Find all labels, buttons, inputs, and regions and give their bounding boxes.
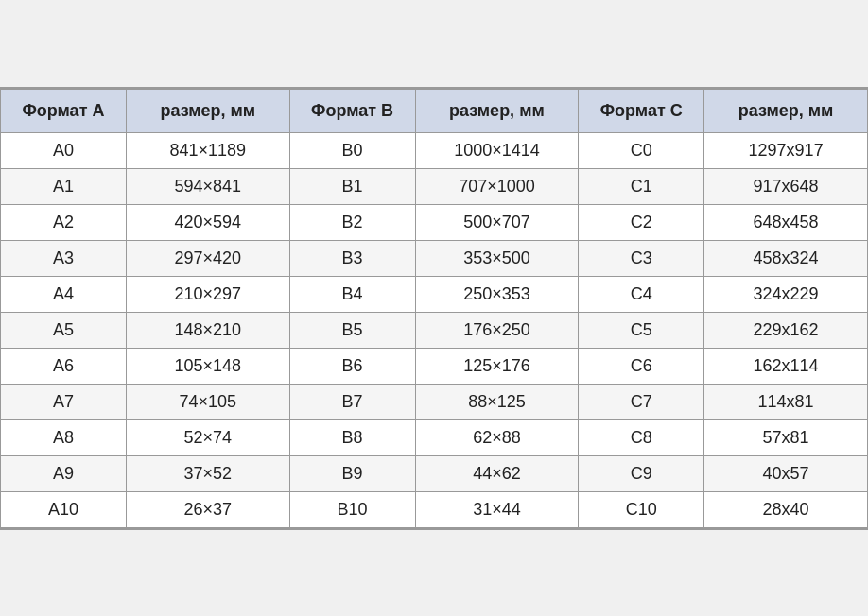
cell-a-size: 37×52 xyxy=(126,455,289,491)
table-row: А1594×841В1707×1000C1917x648 xyxy=(1,168,868,204)
header-row: Формат А размер, мм Формат В размер, мм … xyxy=(1,89,868,132)
header-format-b: Формат В xyxy=(289,89,415,132)
table-row: А6105×148В6125×176C6162x114 xyxy=(1,348,868,384)
table-body: А0841×1189В01000×1414C01297x917А1594×841… xyxy=(1,132,868,527)
table-row: А1026×37В1031×44C1028x40 xyxy=(1,491,868,527)
cell-a-size: 148×210 xyxy=(126,312,289,348)
cell-c-format: C9 xyxy=(579,455,704,491)
header-size-c: размер, мм xyxy=(704,89,868,132)
cell-b-size: 44×62 xyxy=(415,455,579,491)
cell-b-size: 31×44 xyxy=(415,491,579,527)
cell-c-format: C6 xyxy=(579,348,704,384)
table-wrapper: Формат А размер, мм Формат В размер, мм … xyxy=(0,87,868,530)
cell-b-format: В8 xyxy=(289,419,415,455)
cell-b-format: В3 xyxy=(289,240,415,276)
cell-c-format: C8 xyxy=(579,419,704,455)
cell-a-format: А0 xyxy=(1,132,127,168)
cell-c-size: 1297x917 xyxy=(704,132,868,168)
cell-b-size: 1000×1414 xyxy=(415,132,579,168)
cell-c-size: 648x458 xyxy=(704,204,868,240)
cell-a-format: А8 xyxy=(1,419,127,455)
cell-c-size: 458x324 xyxy=(704,240,868,276)
cell-c-format: C1 xyxy=(579,168,704,204)
header-format-a: Формат А xyxy=(1,89,127,132)
cell-c-size: 324x229 xyxy=(704,276,868,312)
cell-a-format: А2 xyxy=(1,204,127,240)
cell-c-format: C7 xyxy=(579,384,704,419)
cell-a-size: 297×420 xyxy=(126,240,289,276)
cell-a-size: 210×297 xyxy=(126,276,289,312)
table-row: А0841×1189В01000×1414C01297x917 xyxy=(1,132,868,168)
cell-a-format: А5 xyxy=(1,312,127,348)
table-row: А937×52В944×62C940x57 xyxy=(1,455,868,491)
cell-c-format: C4 xyxy=(579,276,704,312)
cell-a-size: 52×74 xyxy=(126,419,289,455)
cell-b-size: 353×500 xyxy=(415,240,579,276)
cell-a-size: 26×37 xyxy=(126,491,289,527)
cell-b-format: В9 xyxy=(289,455,415,491)
cell-b-size: 500×707 xyxy=(415,204,579,240)
cell-b-format: В6 xyxy=(289,348,415,384)
table-row: А4210×297В4250×353C4324x229 xyxy=(1,276,868,312)
cell-b-format: В7 xyxy=(289,384,415,419)
cell-c-size: 162x114 xyxy=(704,348,868,384)
cell-a-format: А9 xyxy=(1,455,127,491)
cell-b-size: 125×176 xyxy=(415,348,579,384)
cell-a-format: А10 xyxy=(1,491,127,527)
cell-a-format: А1 xyxy=(1,168,127,204)
header-format-c: Формат С xyxy=(579,89,704,132)
cell-a-format: А7 xyxy=(1,384,127,419)
header-size-b: размер, мм xyxy=(415,89,579,132)
table-row: А774×105В788×125C7114x81 xyxy=(1,384,868,419)
cell-b-format: В1 xyxy=(289,168,415,204)
cell-a-format: А6 xyxy=(1,348,127,384)
table-row: А5148×210В5176×250C5229x162 xyxy=(1,312,868,348)
cell-b-format: В2 xyxy=(289,204,415,240)
cell-b-size: 250×353 xyxy=(415,276,579,312)
cell-c-format: C10 xyxy=(579,491,704,527)
cell-b-size: 62×88 xyxy=(415,419,579,455)
cell-b-format: В10 xyxy=(289,491,415,527)
cell-c-format: C2 xyxy=(579,204,704,240)
table-row: А2420×594В2500×707C2648x458 xyxy=(1,204,868,240)
cell-a-size: 105×148 xyxy=(126,348,289,384)
cell-a-size: 74×105 xyxy=(126,384,289,419)
cell-c-format: C0 xyxy=(579,132,704,168)
cell-c-size: 28x40 xyxy=(704,491,868,527)
cell-c-size: 229x162 xyxy=(704,312,868,348)
cell-b-size: 88×125 xyxy=(415,384,579,419)
cell-c-format: C5 xyxy=(579,312,704,348)
cell-a-format: А3 xyxy=(1,240,127,276)
cell-a-size: 841×1189 xyxy=(126,132,289,168)
cell-a-size: 420×594 xyxy=(126,204,289,240)
cell-b-size: 707×1000 xyxy=(415,168,579,204)
cell-c-size: 57x81 xyxy=(704,419,868,455)
cell-b-format: В5 xyxy=(289,312,415,348)
cell-a-format: А4 xyxy=(1,276,127,312)
cell-c-format: C3 xyxy=(579,240,704,276)
cell-b-format: В0 xyxy=(289,132,415,168)
cell-c-size: 114x81 xyxy=(704,384,868,419)
header-size-a: размер, мм xyxy=(126,89,289,132)
paper-formats-table: Формат А размер, мм Формат В размер, мм … xyxy=(0,89,868,528)
cell-b-format: В4 xyxy=(289,276,415,312)
cell-c-size: 917x648 xyxy=(704,168,868,204)
cell-c-size: 40x57 xyxy=(704,455,868,491)
table-row: А3297×420В3353×500C3458x324 xyxy=(1,240,868,276)
cell-a-size: 594×841 xyxy=(126,168,289,204)
cell-b-size: 176×250 xyxy=(415,312,579,348)
table-row: А852×74В862×88C857x81 xyxy=(1,419,868,455)
